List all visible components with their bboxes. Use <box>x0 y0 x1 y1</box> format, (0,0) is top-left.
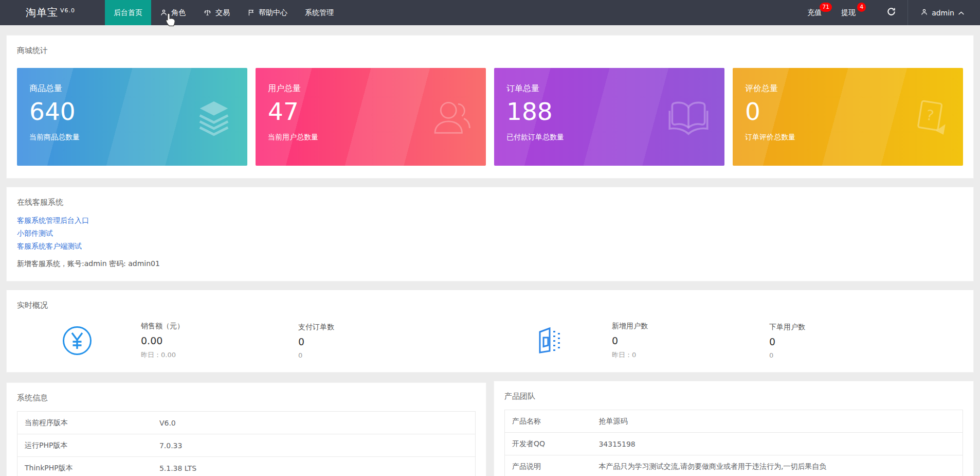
product-team-title: 产品团队 <box>504 392 963 401</box>
service-links: 客服系统管理后台入口 小部件测试 客服系统客户端测试 <box>17 214 963 253</box>
stat-ordering-users: 下单用户数 0 0 <box>769 323 927 359</box>
realtime-sales-group: 销售额（元） 0.00 昨日：0.00 支付订单数 0 0 <box>17 322 490 360</box>
nav-item-home[interactable]: 后台首页 <box>105 0 151 25</box>
yuan-circle-icon <box>62 326 92 356</box>
service-note: 新增客服系统，账号:admin 密码: admin01 <box>17 259 963 269</box>
user-icon <box>160 9 168 16</box>
stat-card-orders: 订单总量 188 已付款订单总数量 <box>494 68 724 166</box>
card-title: 评价总量 <box>745 83 963 94</box>
service-admin-entry-link[interactable]: 客服系统管理后台入口 <box>17 214 963 227</box>
realtime-row: 销售额（元） 0.00 昨日：0.00 支付订单数 0 0 新增用户数 0 昨日… <box>17 322 963 360</box>
stat-cards: 商品总量 640 当前商品总数量 用户总量 47 当前用户总数量 订单总量 18… <box>17 68 963 166</box>
withdraw-button[interactable]: 提现 4 <box>841 8 856 17</box>
card-title: 用户总量 <box>268 83 486 94</box>
realtime-panel: 实时概况 销售额（元） 0.00 昨日：0.00 支付订单数 0 0 <box>6 290 974 373</box>
nav-item-roles-label: 角色 <box>171 8 186 17</box>
building-icon <box>535 326 563 355</box>
recharge-button[interactable]: 充值 71 <box>807 8 822 17</box>
service-client-test-link[interactable]: 客服系统客户端测试 <box>17 240 963 253</box>
nav-right: 充值 71 提现 4 admin <box>807 0 980 25</box>
table-row: 开发者QQ 34315198 <box>505 433 963 455</box>
scales-icon <box>203 9 212 16</box>
withdraw-label: 提现 <box>841 8 856 16</box>
table-row: 当前程序版本 V6.0 <box>17 412 475 434</box>
widget-test-link[interactable]: 小部件测试 <box>17 227 963 240</box>
mall-stats-panel: 商城统计 商品总量 640 当前商品总数量 用户总量 47 当前用户总数量 订单… <box>6 35 974 179</box>
nav-item-roles[interactable]: 角色 <box>151 0 194 25</box>
stat-card-reviews: 评价总量 0 订单评价总数量 ? <box>733 68 963 166</box>
svg-text:?: ? <box>925 107 935 125</box>
service-title: 在线客服系统 <box>17 198 963 207</box>
nav-item-help-label: 帮助中心 <box>259 8 287 17</box>
top-nav: 淘单宝V6.0 后台首页 角色 交易 帮助中心 系统管理 <box>0 0 980 25</box>
table-row: ThinkPHP版本 5.1.38 LTS <box>17 457 475 476</box>
stat-paid-orders: 支付订单数 0 0 <box>298 323 456 359</box>
system-info-title: 系统信息 <box>17 393 476 403</box>
nav-item-trade-label: 交易 <box>215 8 230 17</box>
card-title: 商品总量 <box>29 83 247 94</box>
realtime-users-group: 新增用户数 0 昨日：0 下单用户数 0 0 <box>490 322 963 360</box>
layers-icon <box>194 97 234 139</box>
flag-icon <box>247 9 255 16</box>
nav-item-system-label: 系统管理 <box>305 8 334 17</box>
bottom-row: 系统信息 当前程序版本 V6.0 运行PHP版本 7.0.33 ThinkPHP… <box>6 373 974 476</box>
product-team-table: 产品名称 抢单源码 开发者QQ 34315198 产品说明 本产品只为学习测试交… <box>504 410 963 476</box>
chevron-up-icon <box>958 9 965 17</box>
nav-item-home-label: 后台首页 <box>114 8 142 17</box>
user-menu[interactable]: admin <box>908 8 967 17</box>
app-version: V6.0 <box>60 7 75 14</box>
stat-card-products: 商品总量 640 当前商品总数量 <box>17 68 247 166</box>
book-icon <box>666 99 711 138</box>
nav-item-system[interactable]: 系统管理 <box>296 0 342 25</box>
product-team-panel: 产品团队 产品名称 抢单源码 开发者QQ 34315198 产品说明 本产品只为… <box>494 381 974 476</box>
refresh-icon <box>886 7 896 19</box>
users-icon <box>428 97 473 140</box>
dashboard-page: 商城统计 商品总量 640 当前商品总数量 用户总量 47 当前用户总数量 订单… <box>0 35 980 476</box>
system-info-panel: 系统信息 当前程序版本 V6.0 运行PHP版本 7.0.33 ThinkPHP… <box>6 382 486 476</box>
table-row: 产品说明 本产品只为学习测试交流,请勿要做商业或者用于违法行为,一切后果自负 <box>505 455 963 476</box>
card-title: 订单总量 <box>506 83 724 94</box>
app-logo[interactable]: 淘单宝V6.0 <box>0 0 105 25</box>
stat-sales: 销售额（元） 0.00 昨日：0.00 <box>141 322 298 360</box>
nav-item-help[interactable]: 帮助中心 <box>239 0 296 25</box>
stat-new-users: 新增用户数 0 昨日：0 <box>612 322 769 360</box>
admin-user-icon <box>920 8 928 17</box>
system-info-table: 当前程序版本 V6.0 运行PHP版本 7.0.33 ThinkPHP版本 5.… <box>17 411 476 476</box>
user-name: admin <box>932 9 954 17</box>
nav-item-trade[interactable]: 交易 <box>194 0 239 25</box>
stat-card-users: 用户总量 47 当前用户总数量 <box>256 68 486 166</box>
service-panel: 在线客服系统 客服系统管理后台入口 小部件测试 客服系统客户端测试 新增客服系统… <box>6 187 974 281</box>
realtime-title: 实时概况 <box>17 301 963 310</box>
refresh-button[interactable] <box>875 0 908 25</box>
recharge-badge: 71 <box>820 3 832 12</box>
withdraw-badge: 4 <box>857 3 866 12</box>
table-row: 产品名称 抢单源码 <box>505 410 963 433</box>
table-row: 运行PHP版本 7.0.33 <box>17 434 475 457</box>
mall-stats-title: 商城统计 <box>17 46 963 56</box>
app-title: 淘单宝 <box>26 6 58 20</box>
main-menu: 后台首页 角色 交易 帮助中心 系统管理 <box>105 0 342 25</box>
review-icon: ? <box>911 97 950 139</box>
